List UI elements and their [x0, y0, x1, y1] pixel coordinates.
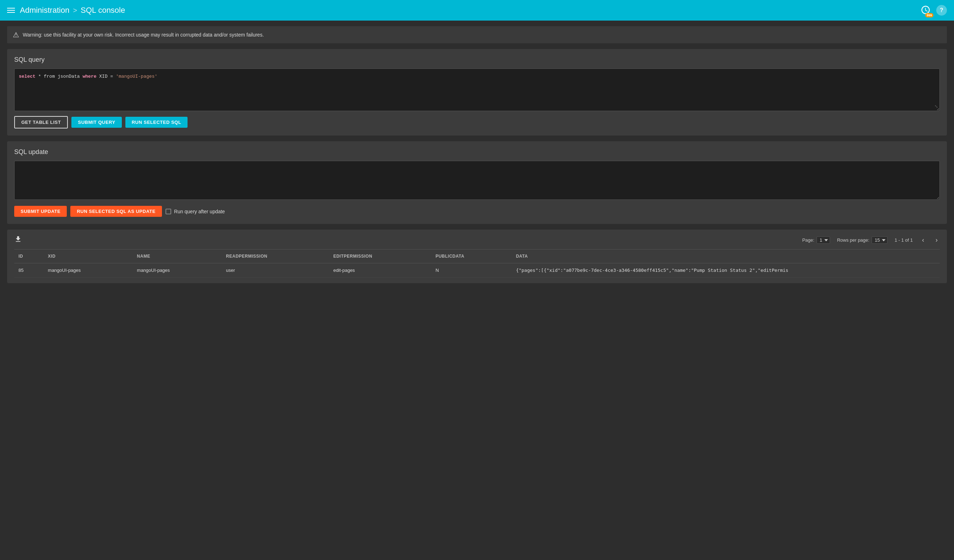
kw-where: where	[83, 74, 96, 79]
cell-xid: mangoUI-pages	[44, 263, 133, 277]
cell-id: 85	[14, 263, 44, 277]
col-data: DATA	[512, 249, 940, 263]
rows-per-page-label: Rows per page:	[837, 237, 870, 243]
results-toolbar: Page: 1 Rows per page: 15 25 50 1 - 1 of…	[14, 235, 940, 249]
page-control: Page: 1	[802, 236, 830, 244]
header-right: 999 ?	[921, 5, 947, 16]
kw-select: select	[19, 74, 36, 79]
results-panel: Page: 1 Rows per page: 15 25 50 1 - 1 of…	[7, 230, 947, 283]
cell-data: {"pages":[{"xid":"a077be9c-7dec-4ce3-a34…	[512, 263, 940, 277]
results-table-header-row: ID XID NAME READPERMISSION EDITPERMISSIO…	[14, 249, 940, 263]
run-selected-sql-button[interactable]: RUN SELECTED SQL	[125, 117, 187, 128]
col-readpermission: READPERMISSION	[221, 249, 329, 263]
cell-readpermission: user	[221, 263, 329, 277]
results-toolbar-right: Page: 1 Rows per page: 15 25 50 1 - 1 of…	[802, 236, 940, 244]
sql-query-display: select * from jsonData where XID = 'mang…	[19, 73, 935, 81]
pagination-info: 1 - 1 of 1	[895, 237, 913, 243]
results-table-body: 85 mangoUI-pages mangoUI-pages user edit…	[14, 263, 940, 277]
col-xid: XID	[44, 249, 133, 263]
clock-badge: 999	[925, 13, 934, 17]
breadcrumb-separator: >	[73, 6, 77, 14]
rows-per-page-select[interactable]: 15 25 50	[871, 236, 888, 244]
submit-update-button[interactable]: SUBMIT UPDATE	[14, 206, 67, 217]
menu-icon[interactable]	[7, 8, 15, 13]
rows-per-page-control: Rows per page: 15 25 50	[837, 236, 888, 244]
run-query-after-update-label[interactable]: Run query after update	[165, 208, 225, 214]
sql-update-btn-row: SUBMIT UPDATE RUN SELECTED SQL AS UPDATE…	[14, 206, 940, 217]
sql-query-btn-row: GET TABLE LIST SUBMIT QUERY RUN SELECTED…	[14, 116, 940, 129]
warning-bar: ⚠ Warning: use this facility at your own…	[7, 26, 947, 43]
col-name: NAME	[133, 249, 222, 263]
run-selected-sql-update-button[interactable]: RUN SELECTED SQL AS UPDATE	[70, 206, 162, 217]
warning-text: Warning: use this facility at your own r…	[23, 32, 264, 37]
col-editpermission: EDITPERMISSION	[329, 249, 431, 263]
submit-query-button[interactable]: SUBMIT QUERY	[72, 117, 122, 128]
run-query-after-update-checkbox[interactable]	[165, 208, 171, 214]
col-publicdata: PUBLICDATA	[431, 249, 511, 263]
warning-icon: ⚠	[13, 31, 19, 39]
page-label: Page:	[802, 237, 814, 243]
kw-string: 'mangoUI-pages'	[116, 74, 157, 79]
header: Administration > SQL console 999 ?	[0, 0, 954, 20]
prev-page-button[interactable]: ‹	[920, 236, 926, 244]
next-page-button[interactable]: ›	[934, 236, 940, 244]
header-left: Administration > SQL console	[7, 6, 125, 15]
get-table-list-button[interactable]: GET TABLE LIST	[14, 116, 68, 129]
sql-update-title: SQL update	[14, 148, 940, 156]
main-content: ⚠ Warning: use this facility at your own…	[0, 20, 954, 289]
cell-publicdata: N	[431, 263, 511, 277]
sql-update-editor[interactable]	[14, 161, 940, 200]
header-title: Administration > SQL console	[20, 6, 125, 15]
sql-update-panel: SQL update SUBMIT UPDATE RUN SELECTED SQ…	[7, 141, 947, 224]
page-label: SQL console	[81, 6, 125, 15]
sql-query-title: SQL query	[14, 56, 940, 64]
sql-query-panel: SQL query select * from jsonData where X…	[7, 49, 947, 135]
results-table: ID XID NAME READPERMISSION EDITPERMISSIO…	[14, 249, 940, 277]
help-icon[interactable]: ?	[936, 5, 947, 16]
sql-query-editor[interactable]: select * from jsonData where XID = 'mang…	[14, 68, 940, 111]
cell-name: mangoUI-pages	[133, 263, 222, 277]
clock-icon[interactable]: 999	[921, 5, 931, 16]
download-icon[interactable]	[14, 235, 22, 245]
resize-handle: ⤡	[934, 104, 938, 109]
admin-label: Administration	[20, 6, 69, 15]
cell-editpermission: edit-pages	[329, 263, 431, 277]
run-query-after-update-text: Run query after update	[174, 208, 225, 214]
page-select[interactable]: 1	[817, 236, 830, 244]
results-table-header: ID XID NAME READPERMISSION EDITPERMISSIO…	[14, 249, 940, 263]
col-id: ID	[14, 249, 44, 263]
results-toolbar-left	[14, 235, 22, 245]
table-row: 85 mangoUI-pages mangoUI-pages user edit…	[14, 263, 940, 277]
